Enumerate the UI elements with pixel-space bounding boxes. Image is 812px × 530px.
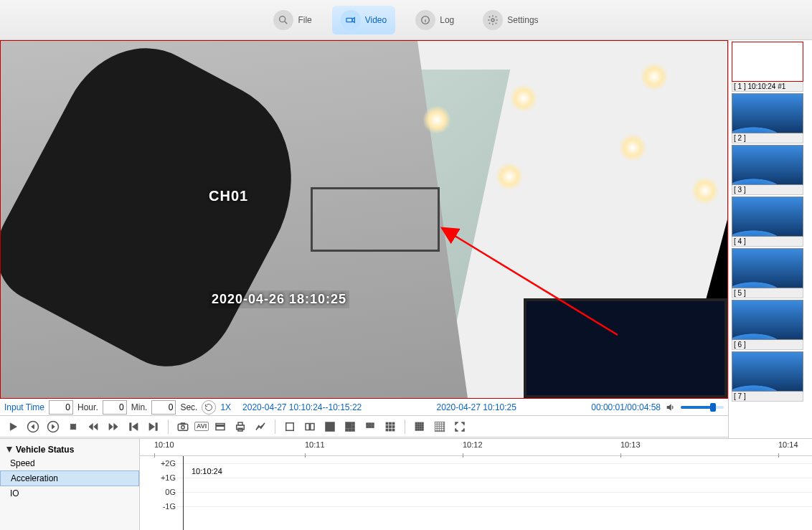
roi-rectangle[interactable] xyxy=(311,187,440,252)
thumb-2-label: [ 2 ] xyxy=(732,133,803,143)
status-item-acceleration[interactable]: Acceleration xyxy=(0,470,139,486)
sec-unit: Sec. xyxy=(180,402,197,412)
layout-2-button[interactable] xyxy=(301,418,318,435)
layout-9-button[interactable] xyxy=(382,418,399,435)
input-time-label: Input Time xyxy=(4,402,44,412)
thumb-2[interactable]: [ 2 ] xyxy=(732,93,803,143)
layout-4-button[interactable] xyxy=(321,418,339,435)
svg-rect-41 xyxy=(386,425,388,427)
prev-clip-button[interactable] xyxy=(125,418,142,435)
vehicle-status-title[interactable]: Vehicle Status xyxy=(0,443,139,456)
rewind-button[interactable] xyxy=(85,418,102,435)
volume-control[interactable] xyxy=(665,402,724,413)
osd-channel: CH01 xyxy=(209,188,248,204)
collapse-thumbs-handle[interactable] xyxy=(728,234,729,254)
svg-rect-34 xyxy=(372,422,374,425)
channel-thumbnail-panel: [ 1 ] 10:10:24 #1 [ 2 ] [ 3 ] [ 4 ] [ 5 … xyxy=(728,40,812,438)
svg-rect-23 xyxy=(331,422,334,426)
step-fwd-button[interactable] xyxy=(44,418,62,435)
volume-slider[interactable] xyxy=(681,406,724,409)
thumb-4-label: [ 4 ] xyxy=(732,237,803,247)
svg-rect-40 xyxy=(392,422,395,425)
svg-rect-44 xyxy=(386,429,388,431)
svg-rect-24 xyxy=(326,427,329,430)
tick-1: 10:11 xyxy=(305,440,325,449)
ylabel-2: 0G xyxy=(147,488,176,496)
svg-rect-38 xyxy=(386,422,388,425)
svg-rect-52 xyxy=(417,425,419,426)
playback-toolbar: AVI xyxy=(0,416,728,437)
timeline-playhead[interactable] xyxy=(183,456,184,530)
thumb-6-label: [ 6 ] xyxy=(732,340,803,350)
thumb-1-label: [ 1 ] 10:10:24 #1 xyxy=(732,82,803,92)
svg-rect-63 xyxy=(435,422,445,432)
tick-0: 10:10 xyxy=(154,440,174,449)
nav-video[interactable]: Video xyxy=(332,6,395,34)
tick-2: 10:12 xyxy=(463,440,483,449)
vehicle-status-panel: Vehicle Status Speed Acceleration IO xyxy=(0,439,140,530)
layout-8-button[interactable] xyxy=(362,418,379,435)
sec-input[interactable] xyxy=(151,400,176,415)
svg-rect-28 xyxy=(352,425,354,427)
timeline-ticks: 10:10 10:11 10:12 10:13 10:14 xyxy=(140,439,812,456)
hour-input[interactable] xyxy=(49,400,73,415)
svg-rect-54 xyxy=(422,425,423,426)
svg-rect-31 xyxy=(352,429,354,431)
step-back-button[interactable] xyxy=(24,418,42,435)
magnifier-icon xyxy=(273,10,293,30)
svg-rect-33 xyxy=(369,422,372,425)
video-viewport[interactable]: CH01 2020-04-26 18:10:25 xyxy=(0,40,728,399)
svg-rect-26 xyxy=(346,422,351,428)
status-item-io[interactable]: IO xyxy=(0,486,139,501)
thumb-3[interactable]: [ 3 ] xyxy=(732,145,803,195)
nav-file[interactable]: File xyxy=(265,6,320,34)
gear-icon xyxy=(483,10,503,30)
svg-rect-53 xyxy=(420,425,421,426)
svg-rect-2 xyxy=(346,18,352,22)
timeline-chart[interactable]: 10:10 10:11 10:12 10:13 10:14 +2G +1G 0G… xyxy=(140,439,812,530)
min-input[interactable] xyxy=(103,400,127,415)
svg-line-1 xyxy=(285,22,287,24)
thumb-7[interactable]: [ 7 ] xyxy=(732,351,803,402)
playback-speed: 1X xyxy=(220,402,231,412)
layout-16-button[interactable] xyxy=(411,418,428,435)
svg-rect-56 xyxy=(417,427,419,428)
export-avi-button[interactable]: AVI xyxy=(194,422,209,431)
svg-rect-48 xyxy=(417,422,419,424)
svg-rect-58 xyxy=(422,427,423,428)
thumb-7-label: [ 7 ] xyxy=(732,392,803,402)
graph-button[interactable] xyxy=(252,418,269,435)
layout-6-button[interactable] xyxy=(341,418,359,435)
play-button[interactable] xyxy=(4,418,22,435)
stop-button[interactable] xyxy=(65,418,82,435)
thumb-6[interactable]: [ 6 ] xyxy=(732,300,803,350)
fullscreen-button[interactable] xyxy=(451,418,468,435)
thumb-1[interactable]: [ 1 ] 10:10:24 #1 xyxy=(732,42,803,92)
svg-rect-20 xyxy=(306,423,309,430)
nav-settings-label: Settings xyxy=(507,15,538,25)
snapshot-button[interactable] xyxy=(174,418,192,435)
nav-log-label: Log xyxy=(440,15,454,25)
thumb-5[interactable]: [ 5 ] xyxy=(732,248,803,298)
current-playback-time: 2020-04-27 10:10:25 xyxy=(437,402,516,412)
layout-1-button[interactable] xyxy=(281,418,298,435)
next-clip-button[interactable] xyxy=(145,418,162,435)
refresh-time-button[interactable] xyxy=(202,400,216,415)
nav-log[interactable]: Log xyxy=(407,6,463,34)
fastfwd-button[interactable] xyxy=(105,418,122,435)
ylabel-1: +1G xyxy=(147,473,176,482)
svg-point-6 xyxy=(491,19,494,22)
svg-rect-45 xyxy=(390,429,392,431)
nav-video-label: Video xyxy=(365,15,387,25)
camera-icon xyxy=(341,10,361,30)
nav-settings[interactable]: Settings xyxy=(474,6,547,34)
print-button[interactable] xyxy=(232,418,249,435)
layout-25-button[interactable] xyxy=(431,418,448,435)
svg-point-14 xyxy=(181,425,185,429)
svg-rect-35 xyxy=(367,425,369,427)
svg-rect-22 xyxy=(326,422,329,426)
thumb-4[interactable]: [ 4 ] xyxy=(732,197,803,247)
clip-button[interactable] xyxy=(212,418,229,435)
status-item-speed[interactable]: Speed xyxy=(0,456,139,470)
svg-rect-19 xyxy=(286,422,294,430)
